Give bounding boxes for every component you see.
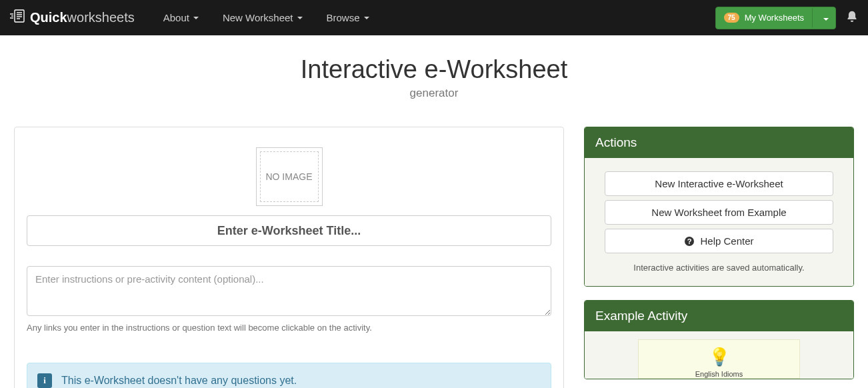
svg-rect-0 [15,10,24,22]
info-icon: i [37,373,52,388]
my-worksheets-dropdown-toggle[interactable] [813,8,835,27]
navbar-left: Quickworksheets About New Worksheet Brow… [10,1,381,34]
my-worksheets-button[interactable]: 75 My Worksheets [715,7,836,29]
main-container: NO IMAGE Any links you enter in the inst… [7,127,861,388]
example-heading: Example Activity [585,301,853,331]
navbar-right: 75 My Worksheets [715,7,858,29]
new-from-example-label: New Worksheet from Example [651,207,786,218]
question-circle-icon: ? [684,236,695,247]
nav-about[interactable]: About [151,1,211,34]
caret-icon [297,17,303,19]
worksheet-count-badge: 75 [724,13,739,23]
empty-questions-alert: i This e-Worksheet doesn't have any ques… [27,363,551,388]
worksheet-title-input[interactable] [27,215,551,246]
example-activity-panel: Example Activity 💡 English Idioms [584,300,854,379]
example-activity-card[interactable]: 💡 English Idioms [638,339,800,379]
new-interactive-button[interactable]: New Interactive e-Worksheet [605,171,833,196]
nav-about-label: About [163,12,189,23]
help-center-label: Help Center [700,235,753,247]
nav-menu: About New Worksheet Browse [151,1,381,34]
instructions-textarea[interactable] [27,266,551,316]
caret-icon [193,17,199,19]
caret-icon [823,18,829,21]
nav-new-worksheet[interactable]: New Worksheet [211,1,315,34]
new-interactive-label: New Interactive e-Worksheet [655,178,783,189]
actions-body: New Interactive e-Worksheet New Workshee… [585,158,853,286]
logo-text-worksheets: worksheets [67,10,135,25]
new-from-example-button[interactable]: New Worksheet from Example [605,200,833,225]
example-card-title: English Idioms [639,370,799,378]
lightbulb-icon: 💡 [639,347,799,367]
page-header: Interactive e-Worksheet generator [0,35,868,127]
autosave-note: Interactive activities are saved automat… [605,263,833,273]
caret-icon [364,17,369,19]
help-center-button[interactable]: ? Help Center [605,229,833,253]
actions-heading: Actions [585,127,853,158]
page-title: Interactive e-Worksheet [0,55,868,84]
example-body: 💡 English Idioms [585,331,853,379]
my-worksheets-label: My Worksheets [745,13,804,23]
nav-browse-label: Browse [327,12,360,23]
nav-new-label: New Worksheet [223,12,293,23]
notifications-bell-icon[interactable] [846,10,858,25]
logo-icon [10,9,26,27]
my-worksheets-main[interactable]: 75 My Worksheets [716,8,813,27]
logo-text-quick: Quick [30,10,67,25]
empty-alert-text: This e-Worksheet doesn't have any questi… [61,375,297,387]
nav-browse[interactable]: Browse [315,1,381,34]
svg-text:?: ? [687,237,692,245]
logo[interactable]: Quickworksheets [10,9,135,27]
actions-panel: Actions New Interactive e-Worksheet New … [584,127,854,287]
sidebar-column: Actions New Interactive e-Worksheet New … [584,127,854,388]
no-image-label: NO IMAGE [260,151,319,202]
editor-column: NO IMAGE Any links you enter in the inst… [14,127,564,388]
image-upload-placeholder[interactable]: NO IMAGE [256,147,323,206]
navbar: Quickworksheets About New Worksheet Brow… [0,0,868,35]
links-help-text: Any links you enter in the instructions … [27,323,551,333]
editor-panel: NO IMAGE Any links you enter in the inst… [14,127,564,388]
page-subtitle: generator [0,87,868,100]
